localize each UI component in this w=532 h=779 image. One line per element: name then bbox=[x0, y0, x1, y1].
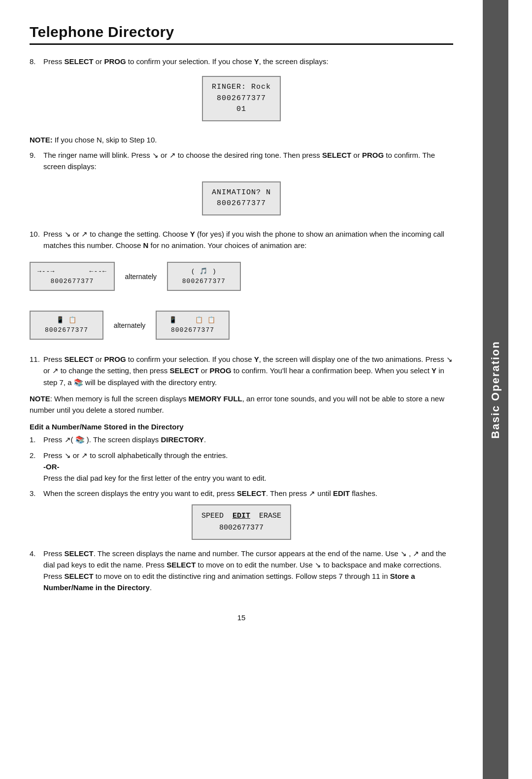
list-item-10: 10. Press ↘ or ↗ to change the setting. … bbox=[30, 228, 453, 251]
lcd1-line1: RINGER: Rock bbox=[212, 82, 271, 93]
edit-step-3-num: 3. bbox=[30, 488, 40, 499]
anim4-line2: 8002677377 bbox=[164, 325, 222, 335]
edit-step-3-content: When the screen displays the entry you w… bbox=[43, 488, 453, 499]
step-10-num: 10. bbox=[30, 228, 40, 251]
step11-select2: SELECT bbox=[170, 366, 199, 375]
edit-step-4-content: Press SELECT. The screen displays the na… bbox=[43, 548, 453, 594]
lcd1-line3: 01 bbox=[212, 104, 271, 115]
edit-step-1-num: 1. bbox=[30, 434, 40, 445]
page-number: 15 bbox=[237, 613, 246, 622]
edit-step-1: 1. Press ↗( 📚 ). The screen displays DIR… bbox=[30, 434, 453, 445]
anim-row-2: 📱 📋 8002677377 alternately 📱 📋 📋 8002677… bbox=[30, 311, 453, 340]
alternately-label-2: alternately bbox=[112, 321, 147, 329]
lcd-box-1: RINGER: Rock 8002677377 01 bbox=[202, 76, 281, 121]
edit-step-3: 3. When the screen displays the entry yo… bbox=[30, 488, 453, 499]
anim1-line2: 8002677377 bbox=[37, 277, 107, 286]
step-9-num: 9. bbox=[30, 149, 40, 173]
y-bold: Y bbox=[254, 57, 259, 66]
memory-full-bold: MEMORY FULL bbox=[189, 394, 242, 403]
edit-step4-select3: SELECT bbox=[65, 572, 94, 580]
select-bold: SELECT bbox=[65, 57, 94, 66]
sidebar-label: Basic Operation bbox=[489, 341, 502, 439]
edit-heading: Edit a Number/Name Stored in the Directo… bbox=[30, 423, 453, 431]
anim-box-2: ( 🎵 ) 8002677377 bbox=[167, 262, 241, 291]
edit-step-4-num: 4. bbox=[30, 548, 40, 594]
lcd2-center: ANIMATION? N 8002677377 bbox=[30, 177, 453, 220]
edit-underline: EDIT bbox=[233, 512, 250, 520]
anim2-line2: 8002677377 bbox=[175, 277, 233, 286]
edit-step-4: 4. Press SELECT. The screen displays the… bbox=[30, 548, 453, 594]
step10-n: N bbox=[143, 241, 149, 249]
step10-y: Y bbox=[190, 230, 195, 238]
list-item-8: 8. Press SELECT or PROG to confirm your … bbox=[30, 56, 453, 67]
page-wrapper: Telephone Directory 8. Press SELECT or P… bbox=[0, 0, 532, 779]
note1-bold: NOTE: bbox=[30, 136, 53, 144]
speed-edit-center: SPEED EDIT ERASE 8002677377 bbox=[30, 504, 453, 540]
anim-box-1: →--→ ←--← 8002677377 bbox=[30, 262, 115, 291]
step11-select: SELECT bbox=[65, 355, 94, 363]
step-8-content: Press SELECT or PROG to confirm your sel… bbox=[43, 56, 453, 67]
anim3-line1: 📱 📋 bbox=[37, 316, 96, 325]
prog-bold: PROG bbox=[104, 57, 126, 66]
step11-y2: Y bbox=[432, 366, 436, 375]
step11-prog: PROG bbox=[104, 355, 126, 363]
title-rule bbox=[30, 43, 453, 45]
anim4-line1: 📱 📋 📋 bbox=[164, 316, 222, 325]
step9-prog: PROG bbox=[362, 151, 384, 159]
anim-box-4: 📱 📋 📋 8002677377 bbox=[156, 311, 230, 340]
lcd1-center: RINGER: Rock 8002677377 01 bbox=[30, 71, 453, 126]
lcd2-line1: ANIMATION? N bbox=[212, 187, 271, 199]
edit-step-1-content: Press ↗( 📚 ). The screen displays DIRECT… bbox=[43, 434, 453, 445]
edit-step4-select2: SELECT bbox=[166, 561, 196, 569]
directory-bold: DIRECTORY bbox=[161, 435, 204, 444]
note2: NOTE: When memory is full the screen dis… bbox=[30, 393, 453, 416]
page-number-area: 15 bbox=[30, 613, 453, 622]
lcd-box-2: ANIMATION? N 8002677377 bbox=[202, 181, 281, 215]
note2-bold: NOTE bbox=[30, 394, 50, 403]
speed-edit-line2: 8002677377 bbox=[201, 522, 281, 534]
edit-bold: EDIT bbox=[333, 489, 350, 497]
edit-step4-select: SELECT bbox=[65, 549, 94, 558]
sidebar: Basic Operation bbox=[483, 0, 508, 779]
list-item-9: 9. The ringer name will blink. Press ↘ o… bbox=[30, 149, 453, 173]
list-item-11: 11. Press SELECT or PROG to confirm your… bbox=[30, 354, 453, 388]
anim2-line1: ( 🎵 ) bbox=[175, 267, 233, 277]
step-9-content: The ringer name will blink. Press ↘ or ↗… bbox=[43, 149, 453, 173]
speed-edit-line1: SPEED EDIT ERASE bbox=[201, 510, 281, 522]
step-8-num: 8. bbox=[30, 56, 40, 67]
edit-step-2-num: 2. bbox=[30, 450, 40, 484]
edit-step3-select: SELECT bbox=[237, 489, 266, 497]
note1: NOTE: If you chose N, skip to Step 10. bbox=[30, 134, 453, 145]
edit-step-2-content: Press ↘ or ↗ to scroll alphabetically th… bbox=[43, 450, 453, 484]
main-content: Telephone Directory 8. Press SELECT or P… bbox=[0, 0, 483, 779]
step11-y: Y bbox=[254, 355, 259, 363]
lcd1-line2: 8002677377 bbox=[212, 93, 271, 105]
store-bold: Store a Number/Name in the Directory bbox=[43, 572, 415, 592]
step-11-num: 11. bbox=[30, 354, 40, 388]
step9-select: SELECT bbox=[322, 151, 351, 159]
or-block: -OR- bbox=[43, 462, 60, 471]
lcd2-line2: 8002677377 bbox=[212, 198, 271, 210]
edit-step-2: 2. Press ↘ or ↗ to scroll alphabetically… bbox=[30, 450, 453, 484]
anim3-line2: 8002677377 bbox=[37, 325, 96, 335]
page-title: Telephone Directory bbox=[30, 24, 453, 40]
anim-row-1: →--→ ←--← 8002677377 alternately ( 🎵 ) 8… bbox=[30, 262, 453, 291]
alternately-label-1: alternately bbox=[124, 273, 158, 281]
step11-prog2: PROG bbox=[209, 366, 231, 375]
step-10-content: Press ↘ or ↗ to change the setting. Choo… bbox=[43, 228, 453, 251]
anim-box-3: 📱 📋 8002677377 bbox=[30, 311, 103, 340]
anim1-line1: →--→ ←--← bbox=[37, 267, 107, 277]
speed-edit-box: SPEED EDIT ERASE 8002677377 bbox=[192, 504, 291, 540]
step-11-content: Press SELECT or PROG to confirm your sel… bbox=[43, 354, 453, 388]
animation-columns: →--→ ←--← 8002677377 alternately ( 🎵 ) 8… bbox=[30, 256, 453, 346]
